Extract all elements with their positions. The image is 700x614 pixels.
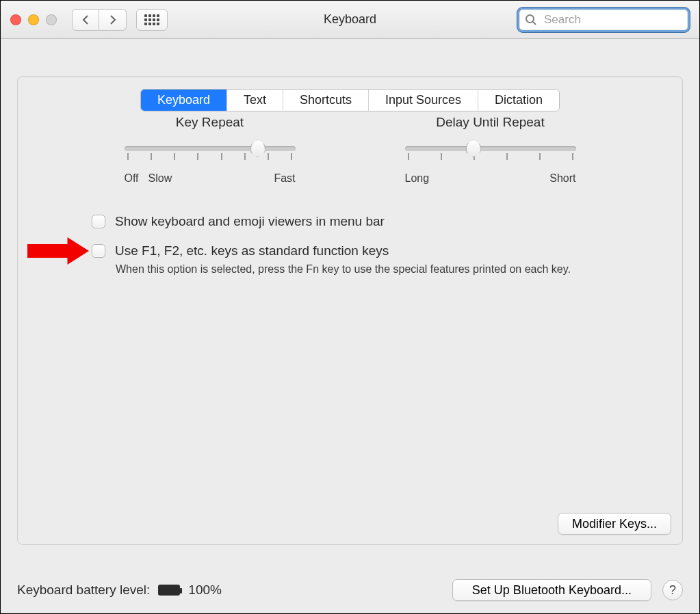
- fn-keys-row: Use F1, F2, etc. keys as standard functi…: [92, 243, 682, 260]
- delay-repeat-label: Delay Until Repeat: [405, 115, 576, 130]
- svg-line-1: [533, 22, 536, 25]
- battery-icon: [158, 585, 180, 596]
- tab-shortcuts[interactable]: Shortcuts: [283, 90, 369, 111]
- fn-keys-checkbox[interactable]: [92, 244, 105, 258]
- minimize-window-button[interactable]: [28, 14, 39, 25]
- battery-label: Keyboard battery level:: [17, 583, 150, 598]
- chevron-right-icon: [109, 14, 117, 25]
- tab-dictation[interactable]: Dictation: [478, 90, 559, 111]
- search-icon: [525, 14, 537, 26]
- search-input[interactable]: [543, 12, 690, 27]
- delay-repeat-control: Delay Until Repeat Long Short: [405, 115, 576, 185]
- slider-section: Key Repeat Off Slow Fast Delay Until Rep…: [18, 115, 682, 185]
- scale-long: Long: [405, 172, 430, 185]
- close-window-button[interactable]: [10, 14, 21, 25]
- nav-buttons: [72, 9, 127, 31]
- preferences-panel: Keyboard Text Shortcuts Input Sources Di…: [17, 76, 683, 545]
- delay-repeat-scale: Long Short: [405, 172, 576, 185]
- setup-bluetooth-button[interactable]: Set Up Bluetooth Keyboard...: [452, 579, 651, 601]
- help-button[interactable]: ?: [662, 580, 683, 600]
- scale-fast: Fast: [274, 172, 295, 185]
- fn-keys-label: Use F1, F2, etc. keys as standard functi…: [115, 243, 389, 260]
- delay-repeat-slider[interactable]: [405, 141, 576, 168]
- fn-keys-hint: When this option is selected, press the …: [116, 263, 643, 276]
- tab-text[interactable]: Text: [227, 90, 283, 111]
- slider-ticks: [405, 153, 576, 160]
- search-field[interactable]: [517, 8, 690, 32]
- zoom-window-button[interactable]: [46, 14, 57, 25]
- key-repeat-control: Key Repeat Off Slow Fast: [125, 115, 296, 185]
- battery-status: Keyboard battery level: 100%: [17, 583, 222, 598]
- slider-ticks: [125, 153, 296, 160]
- show-viewers-label: Show keyboard and emoji viewers in menu …: [115, 213, 385, 230]
- key-repeat-scale: Off Slow Fast: [125, 172, 296, 185]
- back-button[interactable]: [72, 9, 99, 31]
- grid-icon: [144, 14, 159, 25]
- slider-track: [125, 146, 296, 151]
- scale-short: Short: [549, 172, 575, 185]
- modifier-keys-button[interactable]: Modifier Keys...: [558, 513, 671, 535]
- key-repeat-slider[interactable]: [125, 141, 296, 168]
- question-mark-icon: ?: [669, 583, 676, 598]
- footer: Keyboard battery level: 100% Set Up Blue…: [17, 579, 683, 601]
- scale-off: Off: [125, 172, 139, 185]
- scale-slow: Slow: [148, 172, 172, 185]
- chevron-left-icon: [81, 14, 90, 25]
- key-repeat-label: Key Repeat: [125, 115, 296, 130]
- battery-value: 100%: [188, 583, 222, 598]
- annotation-arrow-icon: [27, 237, 89, 265]
- show-viewers-row: Show keyboard and emoji viewers in menu …: [92, 213, 682, 230]
- tab-input-sources[interactable]: Input Sources: [369, 90, 478, 111]
- show-viewers-checkbox[interactable]: [92, 215, 105, 228]
- tab-bar: Keyboard Text Shortcuts Input Sources Di…: [140, 89, 560, 111]
- window-controls: [10, 14, 57, 25]
- tab-keyboard[interactable]: Keyboard: [141, 90, 227, 111]
- show-all-button[interactable]: [136, 9, 168, 31]
- checkbox-section: Show keyboard and emoji viewers in menu …: [92, 213, 682, 276]
- svg-point-0: [526, 15, 534, 23]
- forward-button[interactable]: [99, 9, 127, 31]
- slider-track: [405, 146, 576, 151]
- titlebar: Keyboard: [1, 1, 699, 39]
